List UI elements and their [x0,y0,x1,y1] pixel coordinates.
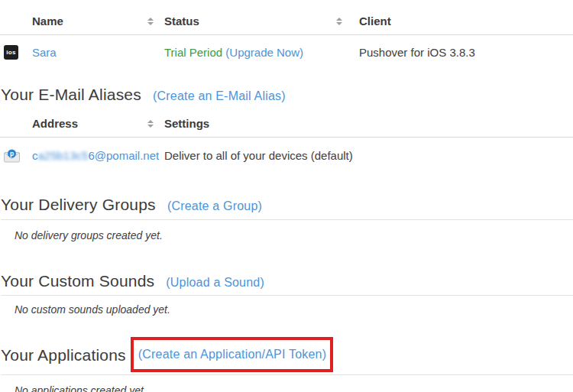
create-application-api-token-link[interactable]: (Create an Application/API Token) [138,348,326,361]
device-icon-column-header [0,0,32,35]
email-alias-row: p ca25b13c56@pomail.net Deliver to all o… [0,138,573,178]
red-highlight-annotation: (Create an Application/API Token) [131,337,333,372]
sort-icon[interactable] [147,120,154,128]
address-visible-start: c [32,149,38,162]
email-aliases-table: Address Settings p ca25b13c56@pomail.net [0,105,573,177]
address-visible-end: 6@pomail.net [88,149,159,162]
sort-icon[interactable] [147,18,154,25]
email-aliases-section: Your E-Mail Aliases (Create an E-Mail Al… [1,85,573,105]
address-redacted-text: a25b13c5 [38,149,89,162]
device-client-column-header: Client [359,0,573,35]
custom-sounds-heading: Your Custom Sounds (Upload a Sound) [1,271,573,292]
devices-header-row: Name Status Client [0,0,573,35]
device-row: ios Sara Trial Period (Upgrade Now) Push… [0,35,573,77]
applications-title: Your Applications [1,345,126,364]
device-name-link[interactable]: Sara [32,46,57,59]
upload-sound-link[interactable]: (Upload a Sound) [166,276,264,289]
device-name-column-header[interactable]: Name [32,0,164,35]
section-divider [1,374,573,375]
section-divider [1,295,573,296]
aliases-header-row: Address Settings [0,105,573,138]
email-alias-address-link[interactable]: ca25b13c56@pomail.net [32,149,159,162]
devices-table: Name Status Client ios Sara [0,0,573,76]
pushover-badge-letter: p [10,150,14,157]
device-status-text: Trial Period [164,46,222,59]
email-aliases-heading: Your E-Mail Aliases (Create an E-Mail Al… [1,85,573,105]
ios-device-icon: ios [4,45,18,60]
custom-sounds-section: Your Custom Sounds (Upload a Sound) No c… [1,271,573,316]
create-email-alias-link[interactable]: (Create an E-Mail Alias) [153,89,286,102]
delivery-groups-empty-text: No delivery groups created yet. [15,229,573,242]
sort-icon[interactable] [336,18,342,25]
address-header-label: Address [32,117,78,130]
delivery-groups-section: Your Delivery Groups (Create a Group) No… [1,195,573,242]
delivery-groups-title: Your Delivery Groups [1,196,156,213]
create-group-link[interactable]: (Create a Group) [167,199,262,212]
name-header-label: Name [32,15,63,28]
applications-empty-text: No applications created yet. [15,384,573,392]
custom-sounds-empty-text: No custom sounds uploaded yet. [15,303,573,316]
settings-header-label: Settings [164,117,209,130]
device-status-column-header[interactable]: Status [164,0,359,35]
section-divider [1,219,573,220]
email-aliases-title: Your E-Mail Aliases [1,86,141,103]
envelope-pushover-icon: p [4,149,20,163]
alias-settings-column-header: Settings [164,105,573,138]
device-client-text: Pushover for iOS 3.8.3 [359,46,475,59]
alias-icon-column-header [0,105,32,138]
applications-heading: Your Applications (Create an Application… [1,337,573,372]
client-header-label: Client [359,15,391,28]
alias-address-column-header[interactable]: Address [32,105,164,138]
custom-sounds-title: Your Custom Sounds [1,272,154,290]
upgrade-now-link[interactable]: (Upgrade Now) [225,46,303,59]
alias-settings-text: Deliver to all of your devices (default) [164,149,353,162]
delivery-groups-heading: Your Delivery Groups (Create a Group) [1,195,573,215]
status-header-label: Status [164,15,199,28]
applications-section: Your Applications (Create an Application… [1,337,573,392]
